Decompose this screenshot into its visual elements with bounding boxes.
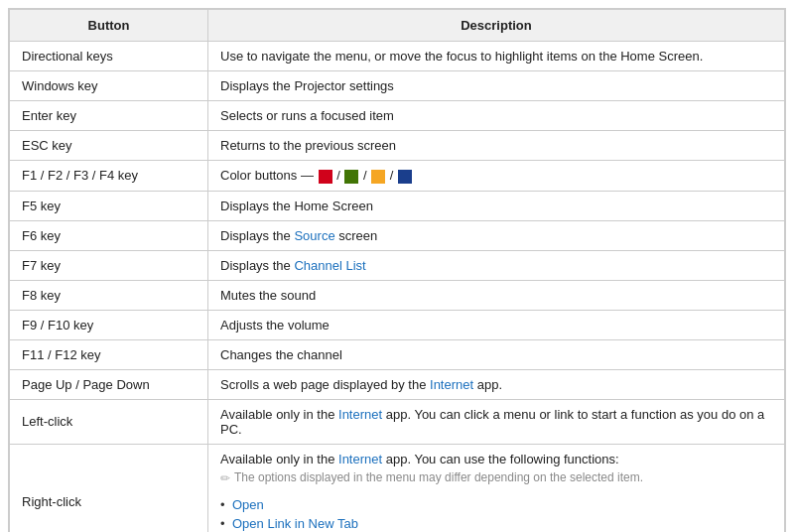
table-row: F1 / F2 / F3 / F4 keyColor buttons — / /… <box>10 161 785 192</box>
table-row: F9 / F10 keyAdjusts the volume <box>10 310 785 339</box>
button-cell: F7 key <box>10 250 208 280</box>
internet-link[interactable]: Internet <box>338 452 382 466</box>
button-cell: Right-click <box>10 444 208 532</box>
description-cell: Displays the Projector settings <box>208 71 785 101</box>
desc-link[interactable]: Channel List <box>294 258 365 273</box>
rightclick-intro: Available only in the Internet app. You … <box>220 452 772 466</box>
button-cell: F11 / F12 key <box>10 339 208 369</box>
description-cell: Displays the Home Screen <box>208 191 785 220</box>
button-column-header: Button <box>10 10 208 42</box>
bullet-link[interactable]: Open Link in New Tab <box>232 516 358 531</box>
button-cell: F1 / F2 / F3 / F4 key <box>10 161 208 192</box>
desc-link[interactable]: Internet <box>430 377 473 392</box>
description-cell: Selects or runs a focused item <box>208 101 785 131</box>
desc-link[interactable]: Source <box>294 228 334 243</box>
main-table-wrapper: Button Description Directional keysUse t… <box>8 8 786 532</box>
button-cell: F5 key <box>10 191 208 220</box>
button-cell: Page Up / Page Down <box>10 369 208 399</box>
description-cell: Scrolls a web page displayed by the Inte… <box>208 369 785 399</box>
table-row: Page Up / Page DownScrolls a web page di… <box>10 369 785 399</box>
color-box <box>371 170 385 184</box>
table-row: Left-clickAvailable only in the Internet… <box>10 399 785 444</box>
description-cell: Color buttons — / / / <box>208 161 785 192</box>
color-box <box>398 170 412 184</box>
description-cell: Adjusts the volume <box>208 310 785 339</box>
description-cell: Use to navigate the menu, or move the fo… <box>208 42 785 71</box>
table-row: Enter keySelects or runs a focused item <box>10 101 785 131</box>
description-cell: Displays the Channel List <box>208 250 785 280</box>
button-cell: Windows key <box>10 71 208 101</box>
button-cell: Left-click <box>10 399 208 444</box>
color-box <box>319 170 332 184</box>
description-cell: Returns to the previous screen <box>208 131 785 161</box>
table-row: F11 / F12 keyChanges the channel <box>10 339 785 369</box>
color-box <box>344 170 358 184</box>
pencil-icon: ✏ <box>220 471 230 485</box>
keyboard-shortcuts-table: Button Description Directional keysUse t… <box>9 9 785 532</box>
bullet-link[interactable]: Open <box>232 497 264 512</box>
table-header-row: Button Description <box>10 10 785 42</box>
table-row: Right-clickAvailable only in the Interne… <box>10 444 785 532</box>
internet-link[interactable]: Internet <box>338 407 382 422</box>
table-row: ESC keyReturns to the previous screen <box>10 131 785 161</box>
note-row: ✏The options displayed in the menu may d… <box>220 466 772 491</box>
button-cell: ESC key <box>10 131 208 161</box>
list-item: Open Link in New Tab <box>220 514 772 532</box>
button-cell: F8 key <box>10 280 208 310</box>
description-cell: Changes the channel <box>208 339 785 369</box>
table-row: F5 keyDisplays the Home Screen <box>10 191 785 220</box>
note-text: The options displayed in the menu may di… <box>234 470 643 484</box>
description-cell: Mutes the sound <box>208 280 785 310</box>
button-cell: Directional keys <box>10 42 208 71</box>
desc-paragraph: Available only in the Internet app. You … <box>220 407 772 437</box>
color-buttons-desc: Color buttons — / / / <box>220 168 413 183</box>
description-column-header: Description <box>208 10 785 42</box>
options-list: OpenOpen Link in New TabEnable Scroll Mo… <box>220 495 772 532</box>
description-cell: Available only in the Internet app. You … <box>208 444 785 532</box>
table-row: F7 keyDisplays the Channel List <box>10 250 785 280</box>
button-cell: F9 / F10 key <box>10 310 208 339</box>
table-row: F8 keyMutes the sound <box>10 280 785 310</box>
description-cell: Displays the Source screen <box>208 220 785 250</box>
button-cell: Enter key <box>10 101 208 131</box>
button-cell: F6 key <box>10 220 208 250</box>
table-row: Windows keyDisplays the Projector settin… <box>10 71 785 101</box>
table-row: F6 keyDisplays the Source screen <box>10 220 785 250</box>
list-item: Open <box>220 495 772 514</box>
description-cell: Available only in the Internet app. You … <box>208 399 785 444</box>
table-row: Directional keysUse to navigate the menu… <box>10 42 785 71</box>
